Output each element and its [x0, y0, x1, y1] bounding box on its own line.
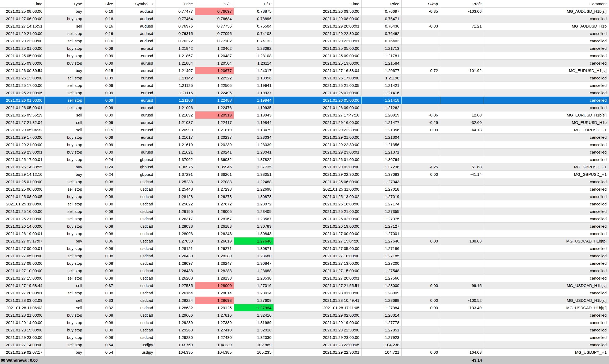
table-row[interactable]: 2021.01.29 23:00:01buy stop0.09eurusd1.2… — [0, 149, 609, 156]
cell-size: 0.15 — [84, 67, 115, 74]
table-row[interactable]: 2021.01.25 21:00:00sell stop0.08usdcad1.… — [0, 215, 609, 223]
table-row[interactable]: 2021.01.25 08:03:06buy0.16audusd0.774770… — [0, 8, 609, 15]
table-row[interactable]: 2021.01.26 00:39:54buy0.15eurusd1.214971… — [0, 67, 609, 74]
table-row[interactable]: 2021.01.28 11:06:03sell0.32usdcad1.28632… — [0, 304, 609, 312]
table-row[interactable]: 2021.01.25 16:00:00sell stop0.08usdcad1.… — [0, 208, 609, 215]
cell-comment: cancelled — [484, 186, 609, 193]
table-row[interactable]: 2021.01.25 17:00:01buy stop0.24gbpusd1.3… — [0, 156, 609, 163]
cell-sl: 1.28000 — [195, 282, 234, 289]
table-row[interactable]: 2021.01.25 13:00:00sell stop0.09eurusd1.… — [0, 74, 609, 82]
table-row[interactable]: 2021.01.26 14:38:55buy0.24gbpusd1.369751… — [0, 163, 609, 171]
table-row[interactable]: 2021.01.25 05:00:00buy stop0.09eurusd1.2… — [0, 52, 609, 60]
column-header-size[interactable]: Size — [84, 0, 115, 7]
table-row[interactable]: 2021.01.25 09:00:00buy stop0.09eurusd1.2… — [0, 60, 609, 67]
column-header-type[interactable]: Type — [45, 0, 84, 7]
column-header-swap[interactable]: Swap — [402, 0, 440, 7]
cell-comment: cancelled — [484, 82, 609, 89]
cell-type: buy stop — [45, 223, 84, 230]
column-header-label: Price — [390, 2, 399, 6]
table-row[interactable]: 2021.01.27 19:58:44sell0.37usdcad1.27585… — [0, 282, 609, 289]
cell-symbol: usdjpy — [115, 349, 155, 356]
table-row[interactable]: 2021.01.25 01:00:00sell stop0.08usdcad1.… — [0, 178, 609, 186]
cell-profit — [440, 149, 484, 156]
table-row[interactable]: 2021.01.29 19:00:00buy stop0.08usdcad1.2… — [0, 326, 609, 334]
table-row[interactable]: 2021.01.29 21:00:00sell stop0.16audusd0.… — [0, 30, 609, 37]
cell-size: 0.24 — [84, 171, 115, 178]
cell-close-price: 1.21371 — [362, 149, 402, 156]
column-header-sl[interactable]: S / L — [195, 0, 234, 7]
cell-open-time: 2021.01.27 20:00:01 — [0, 289, 45, 296]
cell-size: 0.08 — [84, 245, 115, 252]
table-row[interactable]: 2021.01.27 05:00:00sell stop0.08usdcad1.… — [0, 252, 609, 260]
cell-sl: 104.239 — [195, 341, 234, 348]
cell-sl: 1.20919 — [195, 111, 234, 119]
cell-tp: 1.32030 — [234, 334, 274, 341]
table-row[interactable]: 2021.01.29 05:04:32sell0.15eurusd1.20999… — [0, 126, 609, 134]
table-row[interactable]: 2021.01.29 23:00:00buy stop0.08usdcad1.2… — [0, 334, 609, 341]
cell-close-price: 1.27778 — [362, 319, 402, 326]
column-header-tp[interactable]: T / P — [234, 0, 274, 7]
cell-comment: cancelled — [484, 149, 609, 156]
cell-tp: 1.19937 — [234, 89, 274, 96]
table-row[interactable]: 2021.01.25 08:00:05buy stop0.08usdcad1.2… — [0, 193, 609, 200]
table-row[interactable]: 2021.01.28 03:02:09sell0.33usdcad1.28224… — [0, 297, 609, 304]
table-row[interactable]: 2021.01.26 09:56:19sell0.09eurusd1.21092… — [0, 111, 609, 119]
table-row[interactable]: 2021.01.26 05:00:01sell stop0.09eurusd1.… — [0, 104, 609, 111]
cell-profit — [440, 134, 484, 141]
table-row[interactable]: 2021.01.27 08:00:00buy stop0.08usdcad1.2… — [0, 260, 609, 267]
cell-type: buy stop — [45, 260, 84, 267]
cell-close-time: 2021.01.29 02:00:00 — [274, 163, 362, 170]
table-row[interactable]: 2021.01.27 20:00:01sell stop0.08usdcad1.… — [0, 289, 609, 297]
table-row[interactable]: 2021.01.29 14:00:00buy stop0.08usdcad1.2… — [0, 319, 609, 326]
cell-size: 0.08 — [84, 289, 115, 296]
cell-open-price: 1.36975 — [155, 163, 195, 170]
table-row[interactable]: 2021.01.25 06:00:00sell stop0.08usdcad1.… — [0, 186, 609, 193]
table-row[interactable]: 2021.01.25 01:00:00buy stop0.09eurusd1.2… — [0, 45, 609, 52]
cell-tp: 1.27646 — [234, 237, 274, 245]
table-row[interactable]: 2021.01.27 00:00:01buy stop0.08usdcad1.2… — [0, 245, 609, 252]
table-row[interactable]: 2021.01.27 14:00:00sell stop0.54usdjpy10… — [0, 341, 609, 349]
column-header-open-time[interactable]: Time — [0, 0, 45, 7]
table-row[interactable]: 2021.01.27 06:00:00buy stop0.16audusd0.7… — [0, 15, 609, 23]
column-header-close-time[interactable]: Time — [274, 0, 362, 7]
table-row[interactable]: 2021.01.29 21:00:00buy stop0.09eurusd1.2… — [0, 141, 609, 149]
cell-comment: MG_USDCAD_H1b[sl] — [484, 297, 609, 304]
table-row[interactable]: 2021.01.26 01:00:00sell stop0.09eurusd1.… — [0, 97, 609, 104]
cell-close-price: 1.27375 — [362, 215, 402, 222]
cell-open-time: 2021.01.29 19:00:00 — [0, 326, 45, 334]
cell-tp: 1.19941 — [234, 82, 274, 89]
column-header-close-price[interactable]: Price — [362, 0, 402, 7]
table-row[interactable]: 2021.01.25 21:00:05sell stop0.09eurusd1.… — [0, 89, 609, 97]
table-row[interactable]: 2021.01.27 03:17:07buy0.36usdcad1.270501… — [0, 237, 609, 245]
table-row[interactable]: 2021.01.27 10:00:00sell stop0.08usdcad1.… — [0, 267, 609, 275]
table-row[interactable]: 2021.01.25 11:00:00sell stop0.08usdcad1.… — [0, 200, 609, 208]
column-header-profit[interactable]: Profit — [440, 0, 484, 7]
cell-open-time: 2021.01.27 19:58:44 — [0, 282, 45, 289]
table-row[interactable]: 2021.01.28 21:00:00buy stop0.08usdcad1.2… — [0, 312, 609, 319]
cell-swap — [402, 275, 440, 282]
cell-comment: cancelled — [484, 89, 609, 96]
table-row[interactable]: 2021.01.25 17:00:00sell stop0.09eurusd1.… — [0, 82, 609, 89]
cell-open-time: 2021.01.25 08:03:06 — [0, 8, 45, 15]
cell-comment: MG_AUDUSD_H1b — [484, 23, 609, 30]
table-row[interactable]: 2021.01.29 02:07:17buy0.54usdjpy104.3351… — [0, 349, 609, 356]
table-row[interactable]: 2021.01.26 14:00:00buy stop0.08usdcad1.2… — [0, 223, 609, 230]
table-row[interactable]: 2021.01.29 17:00:00buy stop0.09eurusd1.2… — [0, 134, 609, 141]
table-row[interactable]: 2021.01.29 23:00:00sell stop0.16audusd0.… — [0, 37, 609, 45]
column-header-comment[interactable]: Comment — [484, 0, 609, 7]
column-header-symbol[interactable]: Symbol/ — [115, 0, 155, 7]
cell-size: 0.09 — [84, 149, 115, 156]
cell-symbol: eurusd — [115, 60, 155, 67]
cell-close-price: 0.76436 — [362, 23, 402, 30]
column-header-open-price[interactable]: Price — [155, 0, 195, 7]
table-row[interactable]: 2021.01.29 14:12:10buy0.24gbpusd1.372911… — [0, 171, 609, 178]
table-row[interactable]: 2021.01.27 15:00:00sell stop0.08usdcad1.… — [0, 275, 609, 282]
table-row[interactable]: 2021.01.27 21:32:04sell0.09eurusd1.21037… — [0, 119, 609, 126]
cell-close-time: 2021.01.25 11:00:00 — [274, 186, 362, 193]
cell-tp: 1.31989 — [234, 319, 274, 326]
cell-profit — [440, 45, 484, 52]
table-row[interactable]: 2021.01.26 19:00:01buy stop0.08usdcad1.2… — [0, 230, 609, 237]
cell-open-time: 2021.01.25 17:00:01 — [0, 156, 45, 163]
cell-profit — [440, 230, 484, 237]
table-row[interactable]: 2021.01.27 14:16:51sell0.16audusd0.76976… — [0, 23, 609, 30]
